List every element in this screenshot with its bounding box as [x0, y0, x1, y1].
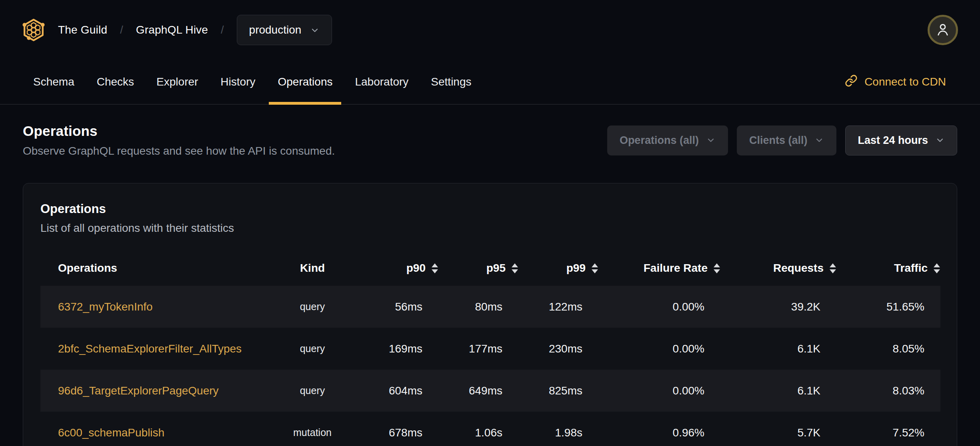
top-bar: The Guild / GraphQL Hive / production [0, 0, 980, 60]
operation-p90: 169ms [360, 328, 438, 370]
table-row: 6372_myTokenInfo query 56ms 80ms 122ms 0… [40, 286, 940, 328]
operation-kind: query [264, 328, 360, 370]
sort-icon [934, 263, 940, 273]
operation-p95: 649ms [438, 370, 518, 412]
column-header-p95[interactable]: p95 [438, 251, 518, 286]
target-selector-dropdown[interactable]: production [237, 15, 332, 45]
sort-icon [512, 263, 518, 273]
column-label: Traffic [894, 262, 928, 275]
operation-link[interactable]: 2bfc_SchemaExplorerFilter_AllTypes [58, 342, 242, 355]
column-label: p99 [566, 262, 586, 275]
operation-p95: 177ms [438, 328, 518, 370]
column-label: p95 [486, 262, 506, 275]
column-header-requests[interactable]: Requests [720, 251, 836, 286]
hive-logo-icon [22, 18, 45, 42]
sort-icon [830, 263, 836, 273]
operation-p90: 678ms [360, 412, 438, 446]
card-subtitle: List of all operations with their statis… [40, 222, 940, 235]
period-filter-label: Last 24 hours [858, 134, 928, 147]
connect-to-cdn-link[interactable]: Connect to CDN [845, 60, 946, 104]
column-header-p90[interactable]: p90 [360, 251, 438, 286]
operation-failure-rate: 0.00% [598, 286, 720, 328]
page-header: Operations Observe GraphQL requests and … [0, 105, 980, 157]
operation-p90: 604ms [360, 370, 438, 412]
operation-requests: 6.1K [720, 370, 836, 412]
operation-link[interactable]: 6c00_schemaPublish [58, 426, 164, 439]
operation-p99: 122ms [518, 286, 598, 328]
connect-to-cdn-label: Connect to CDN [864, 76, 946, 88]
tab-explorer[interactable]: Explorer [145, 60, 209, 104]
operations-table: Operations Kind p90 p95 p99 Failure Rate… [40, 251, 940, 446]
operation-link[interactable]: 6372_myTokenInfo [58, 301, 153, 313]
operation-kind: query [264, 370, 360, 412]
operation-p99: 825ms [518, 370, 598, 412]
operation-p99: 230ms [518, 328, 598, 370]
column-label: Failure Rate [644, 262, 708, 275]
operation-failure-rate: 0.96% [598, 412, 720, 446]
breadcrumb-separator: / [120, 24, 123, 36]
chevron-down-icon [935, 135, 945, 145]
column-header-p99[interactable]: p99 [518, 251, 598, 286]
column-header-failure-rate[interactable]: Failure Rate [598, 251, 720, 286]
table-header-row: Operations Kind p90 p95 p99 Failure Rate… [40, 251, 940, 286]
operation-p90: 56ms [360, 286, 438, 328]
tab-laboratory[interactable]: Laboratory [344, 60, 420, 104]
tab-settings[interactable]: Settings [420, 60, 482, 104]
column-label: p90 [406, 262, 426, 275]
target-selector-value: production [249, 24, 302, 36]
operation-failure-rate: 0.00% [598, 328, 720, 370]
breadcrumb-separator: / [221, 24, 224, 36]
column-header-kind: Kind [264, 251, 360, 286]
table-row: 2bfc_SchemaExplorerFilter_AllTypes query… [40, 328, 940, 370]
clients-filter-label: Clients (all) [749, 134, 808, 147]
link-icon [845, 74, 858, 90]
column-header-traffic[interactable]: Traffic [836, 251, 940, 286]
operations-filter-dropdown[interactable]: Operations (all) [607, 125, 728, 155]
breadcrumb-project[interactable]: GraphQL Hive [136, 24, 208, 36]
operation-p95: 80ms [438, 286, 518, 328]
main-nav: Schema Checks Explorer History Operation… [0, 60, 980, 105]
tab-history[interactable]: History [209, 60, 266, 104]
column-label: Requests [773, 262, 824, 275]
operation-requests: 6.1K [720, 328, 836, 370]
operation-traffic: 7.52% [836, 412, 940, 446]
chevron-down-icon [310, 25, 320, 35]
operation-requests: 39.2K [720, 286, 836, 328]
operations-filter-label: Operations (all) [620, 134, 699, 147]
chevron-down-icon [814, 135, 824, 145]
user-icon [934, 21, 951, 39]
operation-kind: mutation [264, 412, 360, 446]
period-filter-dropdown[interactable]: Last 24 hours [845, 125, 957, 155]
sort-icon [432, 263, 438, 273]
chevron-down-icon [706, 135, 716, 145]
operation-traffic: 8.03% [836, 370, 940, 412]
page-subtitle: Observe GraphQL requests and see how the… [23, 145, 335, 157]
page-titles: Operations Observe GraphQL requests and … [23, 123, 335, 157]
table-row: 96d6_TargetExplorerPageQuery query 604ms… [40, 370, 940, 412]
operation-p95: 1.06s [438, 412, 518, 446]
operation-p99: 1.98s [518, 412, 598, 446]
table-row: 6c00_schemaPublish mutation 678ms 1.06s … [40, 412, 940, 446]
user-avatar-button[interactable] [928, 15, 958, 45]
operations-card: Operations List of all operations with t… [23, 183, 957, 446]
operation-link[interactable]: 96d6_TargetExplorerPageQuery [58, 384, 219, 397]
tab-schema[interactable]: Schema [22, 60, 86, 104]
clients-filter-dropdown[interactable]: Clients (all) [737, 125, 837, 155]
sort-icon [714, 263, 720, 273]
card-title: Operations [40, 202, 940, 216]
operation-traffic: 51.65% [836, 286, 940, 328]
filters-toolbar: Operations (all) Clients (all) Last 24 h… [607, 125, 957, 155]
column-header-operations: Operations [40, 251, 264, 286]
sort-icon [592, 263, 598, 273]
operation-requests: 5.7K [720, 412, 836, 446]
operation-failure-rate: 0.00% [598, 370, 720, 412]
breadcrumb-org[interactable]: The Guild [58, 24, 107, 36]
tab-checks[interactable]: Checks [86, 60, 145, 104]
operation-kind: query [264, 286, 360, 328]
page-title: Operations [23, 123, 335, 139]
operation-traffic: 8.05% [836, 328, 940, 370]
tab-operations[interactable]: Operations [266, 60, 344, 104]
